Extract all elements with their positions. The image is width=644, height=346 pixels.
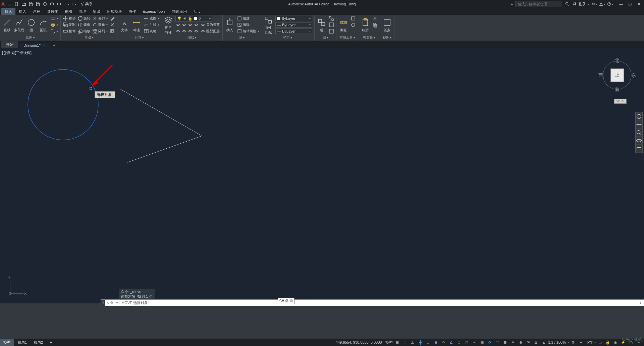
group-select-button[interactable]	[328, 28, 335, 34]
viewcube-west[interactable]: 西	[598, 72, 603, 79]
create-block-button[interactable]: 创建	[236, 15, 260, 21]
lock-ui-icon[interactable]: 🔒	[604, 339, 611, 345]
polyline-button[interactable]: 多段线	[13, 15, 25, 35]
isolate-icon[interactable]: ◉	[612, 339, 619, 345]
undo-icon[interactable]: ▾	[63, 1, 69, 7]
group-button[interactable]: 组	[316, 15, 327, 35]
stretch-button[interactable]: 拉伸	[62, 28, 76, 34]
layer-properties-button[interactable]: 图层 特性	[163, 15, 174, 35]
menu-icon[interactable]	[7, 1, 13, 7]
filter-icon[interactable]: ▼	[509, 339, 516, 345]
dynamic-input-icon[interactable]: ┼	[417, 339, 424, 345]
iso-icon[interactable]: ◇	[440, 339, 447, 345]
orbit-icon[interactable]	[636, 137, 642, 145]
cycling-icon[interactable]: ⟳	[486, 339, 493, 345]
infer-icon[interactable]: ⊥	[409, 339, 416, 345]
viewcube-south[interactable]: 南	[614, 87, 619, 93]
cart-icon[interactable]: ▾	[591, 1, 597, 7]
ellipse-button[interactable]: ▾	[50, 28, 59, 34]
maximize-button[interactable]: ▢	[626, 1, 634, 7]
help-icon[interactable]: ?▾	[607, 1, 613, 7]
workspace-icon[interactable]: ⚙	[570, 339, 577, 345]
measure-button[interactable]: 测量	[338, 15, 349, 35]
erase-button[interactable]	[109, 15, 116, 21]
hatch-button[interactable]: ▾	[50, 22, 59, 28]
match-properties-button[interactable]: 特性 匹配	[263, 15, 274, 35]
close-icon[interactable]: ✕	[43, 44, 45, 47]
drawing-canvas[interactable]: [-][俯视][二维线框] 选择对象: 上 北 西 东 南 WCS Y X	[0, 48, 644, 303]
print-icon[interactable]	[56, 1, 62, 7]
panel-block-title[interactable]: 块	[224, 35, 260, 40]
layer-icon[interactable]	[181, 22, 187, 28]
layer-icon[interactable]	[175, 22, 181, 28]
save-icon[interactable]	[28, 1, 34, 7]
search-icon[interactable]	[564, 1, 570, 7]
snap-icon[interactable]: ⸬	[401, 339, 408, 345]
annotation-scale[interactable]: ▲	[540, 339, 547, 345]
viewcube[interactable]: 上 北 西 东 南	[600, 58, 634, 92]
tab-manage[interactable]: 管理	[75, 8, 90, 15]
ortho-icon[interactable]: ∟	[425, 339, 431, 345]
tab-start[interactable]: 开始	[1, 41, 18, 48]
zoom-icon[interactable]	[636, 129, 642, 137]
paste-button[interactable]: 粘贴	[360, 15, 371, 35]
fillet-button[interactable]: 圆角▾	[92, 22, 108, 28]
rotate-button[interactable]: 旋转	[77, 15, 91, 21]
layer-combo[interactable]: 💡☀🔓0▾	[175, 15, 221, 21]
command-prompt[interactable]: MOVE 选择对象:	[119, 300, 638, 305]
panel-view-title[interactable]: 视图	[381, 35, 393, 40]
search-input[interactable]	[515, 1, 562, 7]
layout2-tab[interactable]: 布局2	[30, 339, 46, 346]
layer-icon[interactable]	[175, 29, 181, 34]
util-button[interactable]	[350, 15, 357, 21]
linetype-combo[interactable]: —ByLayer▾	[275, 28, 313, 34]
viewcube-north[interactable]: 北	[614, 58, 619, 64]
layout1-tab[interactable]: 布局1	[14, 339, 30, 346]
dimension-button[interactable]: 标注	[131, 15, 142, 35]
cmd-config-icon[interactable]: ⚙	[110, 301, 113, 305]
util-button[interactable]	[350, 22, 357, 28]
group-edit-button[interactable]	[328, 22, 335, 28]
transparency-icon[interactable]: ▦	[479, 339, 485, 345]
offset-button[interactable]	[109, 28, 116, 34]
edit-attr-button[interactable]: 编辑属性▾	[236, 28, 260, 34]
mirror-button[interactable]: 镜像	[77, 22, 91, 28]
osnap-icon[interactable]: ∠	[448, 339, 454, 345]
plot-icon[interactable]	[49, 1, 55, 7]
wheel-icon[interactable]	[636, 112, 642, 120]
cmd-recent-icon[interactable]: ▴	[638, 301, 644, 305]
viewcube-top[interactable]: 上	[610, 68, 624, 82]
text-button[interactable]: A文字	[119, 15, 130, 35]
cmd-close-icon[interactable]: ✕	[106, 301, 109, 305]
ucs-icon[interactable]: Y X	[7, 277, 27, 297]
insert-block-button[interactable]: 插入	[224, 15, 235, 35]
modelspace-label[interactable]: 模型	[385, 340, 393, 345]
viewcube-east[interactable]: 东	[631, 72, 636, 79]
close-button[interactable]: ✕	[635, 1, 643, 7]
units-label[interactable]: 小数	[585, 340, 593, 345]
add-layout-button[interactable]: +	[46, 339, 55, 345]
scale-button[interactable]: 缩放	[77, 28, 91, 34]
panel-layers-title[interactable]: 图层	[163, 35, 221, 40]
panel-annotation-title[interactable]: 注释	[119, 35, 160, 40]
line-button[interactable]: 直线	[1, 15, 13, 35]
wcs-badge[interactable]: WCS	[614, 99, 627, 104]
polyline-shape[interactable]	[120, 89, 202, 162]
command-line[interactable]: ⁞⁞ ✕ ⚙ ▾ MOVE 选择对象: ▴	[101, 299, 644, 306]
lineweight-icon[interactable]: ≡	[471, 339, 478, 345]
ungroup-button[interactable]	[328, 15, 335, 21]
open-icon[interactable]	[21, 1, 27, 7]
showmotion-icon[interactable]	[636, 145, 642, 153]
tab-drawing1[interactable]: Drawing1*✕	[19, 42, 50, 48]
otrack-icon[interactable]: □	[455, 339, 462, 345]
tab-focus-icon[interactable]: ▾	[190, 8, 204, 15]
tab-view[interactable]: 视图	[61, 8, 75, 15]
panel-modify-title[interactable]: 修改	[62, 35, 116, 40]
cmd-grip-icon[interactable]: ⁞⁞	[101, 300, 105, 306]
panel-properties-title[interactable]: 特性	[263, 35, 313, 40]
login-button[interactable]: 登录▾	[572, 2, 589, 7]
annotation-monitor-icon[interactable]: +	[578, 339, 584, 345]
share-button[interactable]: 共享	[80, 2, 93, 7]
3d-osnap-icon[interactable]: ⬚	[494, 339, 501, 345]
annotation-visibility-icon[interactable]: 👁	[525, 339, 532, 345]
